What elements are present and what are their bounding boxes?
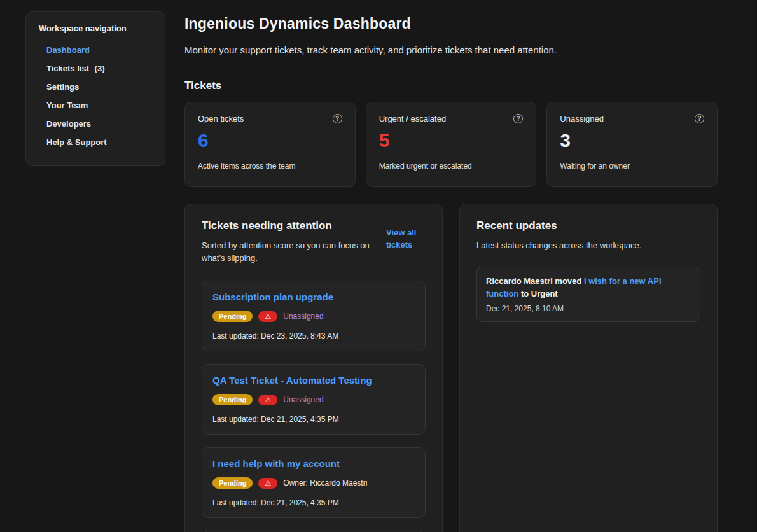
update-status: Urgent <box>531 289 558 298</box>
stat-label: Urgent / escalated <box>379 114 447 123</box>
ticket-last-updated: Last updated: Dec 23, 2025, 8:43 AM <box>212 332 415 340</box>
attention-panel-subtitle: Sorted by attention score so you can foc… <box>202 239 372 264</box>
sidebar-item-your-team[interactable]: Your Team <box>39 96 153 115</box>
status-badge-pending: Pending <box>212 477 253 489</box>
sidebar-item-dashboard[interactable]: Dashboard <box>39 41 153 59</box>
sidebar-item-developers[interactable]: Developers <box>39 115 153 133</box>
sidebar-item-help-support[interactable]: Help & Support <box>39 133 153 151</box>
stat-value-urgent: 5 <box>379 130 524 151</box>
stat-card-header: Urgent / escalated ? <box>379 114 524 123</box>
stat-card-open-tickets: Open tickets ? 6 Active items across the… <box>184 102 356 187</box>
help-icon[interactable]: ? <box>513 114 523 123</box>
warning-icon: ⚠ <box>258 478 277 489</box>
sidebar-item-tickets-list[interactable]: Tickets list (3) <box>39 59 153 78</box>
update-item: Riccardo Maestri moved I wish for a new … <box>476 267 700 322</box>
ticket-owner: Owner: Riccardo Maestri <box>283 479 367 487</box>
main-content: Ingenious Dynamics Dashboard Monitor you… <box>184 11 718 532</box>
ticket-badges: Pending ⚠ Unassigned <box>212 394 415 405</box>
status-badge-pending: Pending <box>212 394 253 405</box>
warning-icon: ⚠ <box>258 311 277 322</box>
stat-value-open: 6 <box>198 130 342 151</box>
ticket-title-link[interactable]: I need help with my account <box>212 458 415 469</box>
sidebar-item-label: Help & Support <box>46 137 107 147</box>
ticket-card[interactable]: I need help with my account Pending ⚠ Ow… <box>202 447 426 518</box>
sidebar-item-label: Dashboard <box>46 45 90 55</box>
stat-card-header: Unassigned ? <box>560 114 704 123</box>
page-title: Ingenious Dynamics Dashboard <box>184 15 718 32</box>
ticket-card[interactable]: Subscription plan upgrade Pending ⚠ Unas… <box>202 281 426 351</box>
page-subtitle: Monitor your support tickets, track team… <box>184 45 718 55</box>
ticket-badges: Pending ⚠ Unassigned <box>212 311 415 322</box>
attention-panel-title: Tickets needing attention <box>202 220 372 232</box>
view-all-tickets-link[interactable]: View all tickets <box>386 227 426 264</box>
sidebar-item-label: Your Team <box>46 101 88 110</box>
stat-label: Unassigned <box>560 114 604 123</box>
status-badge-pending: Pending <box>212 311 253 322</box>
tickets-count-badge: (3) <box>95 64 105 73</box>
workspace-sidebar: Workspace navigation Dashboard Tickets l… <box>25 11 165 166</box>
stat-value-unassigned: 3 <box>560 130 704 151</box>
ticket-owner: Unassigned <box>283 312 323 321</box>
update-actor: Riccardo Maestri moved <box>486 276 581 286</box>
stat-caption: Marked urgent or escalated <box>379 162 524 171</box>
attention-panel-heading-block: Tickets needing attention Sorted by atte… <box>202 220 372 264</box>
ticket-card[interactable]: QA Test Ticket - Automated Testing Pendi… <box>202 364 426 435</box>
stat-card-header: Open tickets ? <box>198 114 342 123</box>
attention-panel-header: Tickets needing attention Sorted by atte… <box>202 220 426 264</box>
sidebar-item-label: Settings <box>46 82 79 92</box>
warning-icon: ⚠ <box>258 395 277 405</box>
help-icon[interactable]: ? <box>695 114 704 123</box>
stat-caption: Waiting for an owner <box>560 162 704 171</box>
sidebar-item-label: Tickets list <box>46 64 89 73</box>
lower-columns: Tickets needing attention Sorted by atte… <box>184 204 718 532</box>
sidebar-item-label: Developers <box>46 119 91 129</box>
ticket-title-link[interactable]: Subscription plan upgrade <box>212 291 415 302</box>
ticket-badges: Pending ⚠ Owner: Riccardo Maestri <box>212 477 415 489</box>
stats-row: Open tickets ? 6 Active items across the… <box>184 102 718 187</box>
stat-caption: Active items across the team <box>198 162 342 171</box>
ticket-last-updated: Last updated: Dec 21, 2025, 4:35 PM <box>212 415 415 424</box>
recent-updates-title: Recent updates <box>476 220 700 232</box>
stat-card-unassigned: Unassigned ? 3 Waiting for an owner <box>546 102 718 187</box>
ticket-last-updated: Last updated: Dec 21, 2025, 4:35 PM <box>212 498 415 507</box>
sidebar-title: Workspace navigation <box>39 24 153 33</box>
update-text: Riccardo Maestri moved I wish for a new … <box>486 275 691 300</box>
sidebar-item-settings[interactable]: Settings <box>39 78 153 96</box>
stat-label: Open tickets <box>198 114 244 123</box>
attention-panel: Tickets needing attention Sorted by atte… <box>184 204 443 532</box>
update-connector: to <box>521 289 529 298</box>
update-timestamp: Dec 21, 2025, 8:10 AM <box>486 304 691 313</box>
ticket-owner: Unassigned <box>283 395 323 404</box>
help-icon[interactable]: ? <box>333 114 342 123</box>
stat-card-urgent: Urgent / escalated ? 5 Marked urgent or … <box>366 102 537 187</box>
ticket-title-link[interactable]: QA Test Ticket - Automated Testing <box>212 375 415 386</box>
tickets-section-heading: Tickets <box>184 80 718 92</box>
page: Workspace navigation Dashboard Tickets l… <box>0 0 757 532</box>
recent-updates-panel: Recent updates Latest status changes acr… <box>459 204 718 532</box>
recent-updates-subtitle: Latest status changes across the workspa… <box>476 239 647 252</box>
